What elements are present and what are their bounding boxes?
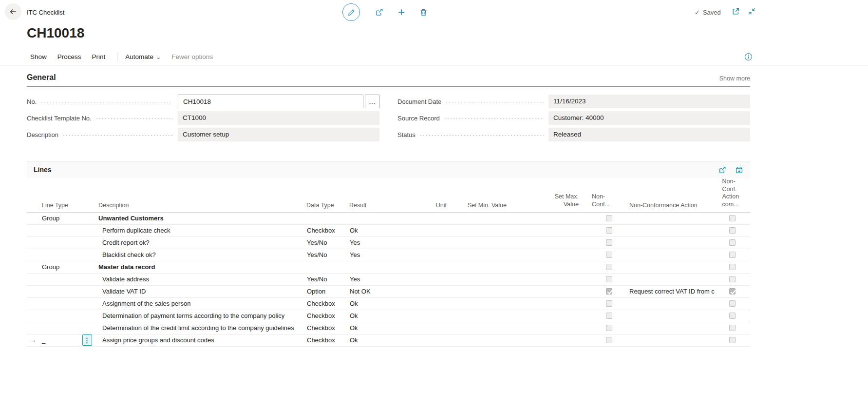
result-cell[interactable]: Ok (348, 225, 397, 236)
column-header-unit[interactable]: Unit (397, 202, 448, 209)
result-cell[interactable]: Ok (348, 334, 397, 346)
row-selector-cell[interactable]: → (27, 237, 39, 249)
non-conformance-action-cell[interactable] (617, 298, 715, 310)
data-type-cell[interactable]: Checkbox (305, 225, 348, 236)
description-cell[interactable]: Determination of the credit limit accord… (96, 322, 305, 334)
unit-cell[interactable] (397, 274, 448, 285)
row-selector-cell[interactable]: → (27, 261, 39, 273)
set-min-value-cell[interactable] (448, 249, 508, 261)
description-cell[interactable]: Credit report ok? (96, 237, 305, 249)
non-conf-action-completed-checkbox[interactable] (729, 313, 736, 319)
table-row[interactable]: → ⋮ Determination of the credit limit ac… (27, 322, 750, 334)
non-conf-checkbox[interactable] (606, 215, 612, 221)
data-type-cell[interactable]: Yes/No (305, 237, 348, 249)
non-conformance-action-cell[interactable] (617, 213, 715, 224)
data-type-cell[interactable]: Yes/No (305, 249, 348, 261)
open-in-new-window-button[interactable] (732, 7, 740, 16)
non-conf-action-completed-checkbox[interactable] (729, 264, 736, 270)
table-row[interactable]: → ⋮ Blacklist check ok? Yes/No Yes (27, 249, 750, 261)
non-conf-action-completed-checkbox[interactable] (729, 288, 736, 295)
set-max-value-cell[interactable] (508, 261, 580, 273)
non-conf-checkbox[interactable] (606, 300, 612, 307)
set-min-value-cell[interactable] (448, 334, 508, 346)
result-cell[interactable]: Not OK (348, 286, 397, 297)
unit-cell[interactable] (397, 261, 448, 273)
no-input[interactable] (178, 95, 363, 108)
set-min-value-cell[interactable] (448, 286, 508, 297)
column-header-non-conf[interactable]: Non-Conf... (580, 193, 617, 208)
menu-fewer-options[interactable]: Fewer options (171, 53, 220, 60)
non-conformance-action-cell[interactable] (617, 322, 715, 334)
row-selector-cell[interactable]: → (27, 249, 39, 261)
column-header-set-min-value[interactable]: Set Min. Value (448, 202, 508, 209)
row-selector-cell[interactable]: → (27, 322, 39, 334)
table-row[interactable]: → Group ⋮ Master data record (27, 261, 750, 274)
set-max-value-cell[interactable] (508, 298, 580, 310)
non-conf-checkbox[interactable] (606, 337, 612, 343)
table-row[interactable]: → ⋮ Validate address Yes/No Yes (27, 274, 750, 286)
checklist-template-no-value[interactable]: CT1000 (178, 111, 379, 125)
data-type-cell[interactable]: Option (305, 286, 348, 297)
set-max-value-cell[interactable] (508, 213, 580, 224)
set-min-value-cell[interactable] (448, 274, 508, 285)
non-conf-action-completed-checkbox[interactable] (729, 239, 736, 246)
row-selector-cell[interactable]: → (27, 298, 39, 310)
column-header-data-type[interactable]: Data Type (305, 202, 348, 209)
line-type-cell[interactable] (39, 298, 78, 310)
data-type-cell[interactable] (305, 261, 348, 273)
menu-show[interactable]: Show (30, 53, 54, 60)
unit-cell[interactable] (397, 225, 448, 236)
data-type-cell[interactable]: Checkbox (305, 298, 348, 310)
menu-print[interactable]: Print (92, 53, 113, 60)
non-conf-action-completed-checkbox[interactable] (729, 215, 736, 221)
result-cell[interactable]: Yes (348, 237, 397, 249)
line-type-cell[interactable] (39, 237, 78, 249)
line-type-cell[interactable] (39, 322, 78, 334)
description-cell[interactable]: Unwanted Customers (96, 213, 305, 224)
result-cell[interactable]: Yes (348, 249, 397, 261)
set-max-value-cell[interactable] (508, 249, 580, 261)
unit-cell[interactable] (397, 298, 448, 310)
description-cell[interactable]: Assignment of the sales person (96, 298, 305, 310)
description-cell[interactable]: Assign price groups and discount codes (96, 334, 305, 346)
line-type-cell[interactable] (39, 274, 78, 285)
set-max-value-cell[interactable] (508, 310, 580, 322)
data-type-cell[interactable]: Yes/No (305, 274, 348, 285)
description-cell[interactable]: Validate VAT ID (96, 286, 305, 297)
set-max-value-cell[interactable] (508, 286, 580, 297)
table-row[interactable]: → Group ⋮ Unwanted Customers (27, 213, 750, 225)
result-cell[interactable] (348, 213, 397, 224)
line-type-cell[interactable] (39, 249, 78, 261)
document-date-value[interactable]: 11/16/2023 (548, 95, 750, 108)
non-conformance-action-cell[interactable] (617, 249, 715, 261)
non-conf-action-completed-checkbox[interactable] (729, 300, 736, 307)
menu-automate[interactable]: Automate ⌄ (125, 53, 168, 60)
lines-open-in-new-button[interactable] (735, 166, 743, 174)
row-selector-cell[interactable]: → (27, 334, 39, 346)
unit-cell[interactable] (397, 322, 448, 334)
data-type-cell[interactable]: Checkbox (305, 334, 348, 346)
unit-cell[interactable] (397, 310, 448, 322)
data-type-cell[interactable] (305, 213, 348, 224)
set-max-value-cell[interactable] (508, 322, 580, 334)
non-conf-checkbox[interactable] (606, 264, 612, 270)
non-conf-checkbox[interactable] (606, 313, 612, 319)
table-row[interactable]: → _ ⋮ Assign price groups and discount c… (27, 334, 750, 347)
column-header-line-type[interactable]: Line Type (39, 202, 78, 209)
table-row[interactable]: → ⋮ Perform duplicate check Checkbox Ok (27, 225, 750, 237)
description-cell[interactable]: Master data record (96, 261, 305, 273)
non-conf-checkbox[interactable] (606, 288, 612, 295)
non-conf-action-completed-checkbox[interactable] (729, 337, 736, 343)
result-cell[interactable]: Ok (348, 298, 397, 310)
description-cell[interactable]: Validate address (96, 274, 305, 285)
column-header-result[interactable]: Result (348, 202, 397, 209)
result-cell[interactable]: Ok (348, 310, 397, 322)
line-type-cell[interactable] (39, 225, 78, 236)
unit-cell[interactable] (397, 286, 448, 297)
set-min-value-cell[interactable] (448, 261, 508, 273)
row-context-menu-button[interactable]: ⋮ (82, 334, 92, 346)
lines-share-button[interactable] (718, 166, 726, 174)
share-button[interactable] (375, 8, 383, 17)
non-conf-action-completed-checkbox[interactable] (729, 325, 736, 331)
non-conformance-action-cell[interactable] (617, 261, 715, 273)
